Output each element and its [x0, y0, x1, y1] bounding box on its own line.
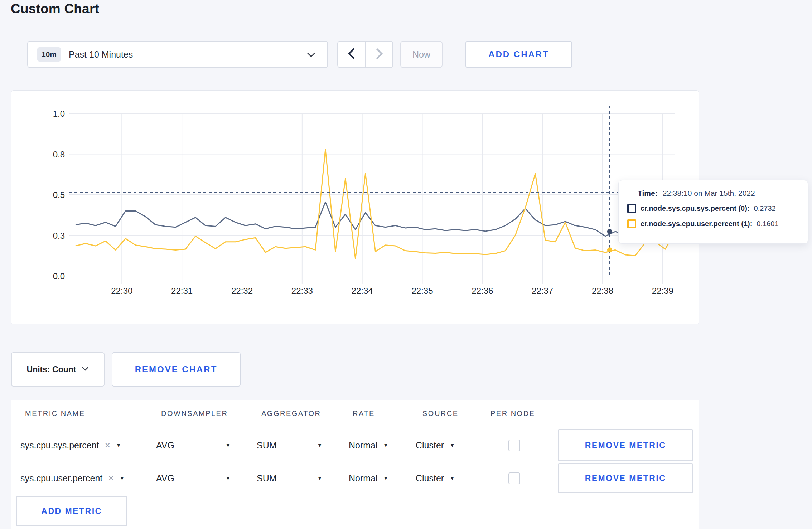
per-node-cell: [508, 429, 520, 461]
svg-text:1.0: 1.0: [53, 109, 65, 118]
time-range-badge: 10m: [37, 47, 61, 62]
column-header-per-node: PER NODE: [490, 409, 535, 418]
metrics-table-header: METRIC NAME DOWNSAMPLER AGGREGATOR RATE …: [11, 400, 699, 428]
caret-down-icon: ▼: [116, 442, 121, 448]
svg-text:0.0: 0.0: [53, 271, 65, 281]
svg-text:22:37: 22:37: [532, 286, 553, 296]
column-header-source: SOURCE: [422, 409, 459, 418]
chevron-down-icon: [82, 366, 89, 373]
tooltip-series-value: 0.1601: [757, 220, 778, 228]
column-header-metric-name: METRIC NAME: [25, 409, 85, 418]
per-node-checkbox[interactable]: [508, 440, 520, 451]
remove-chart-button[interactable]: REMOVE CHART: [112, 352, 241, 387]
tooltip-time-row: Time:22:38:10 on Mar 15th, 2022: [638, 189, 808, 198]
caret-down-icon: ▼: [450, 442, 455, 448]
prev-time-button[interactable]: [338, 42, 366, 67]
caret-down-icon: ▼: [383, 442, 388, 448]
caret-down-icon: ▼: [120, 475, 125, 481]
downsampler-select[interactable]: AVG: [156, 429, 174, 461]
time-nav-group: [337, 41, 393, 68]
tooltip-series-name: cr.node.sys.cpu.sys.percent (0):: [641, 204, 750, 213]
series-swatch-icon: [627, 204, 636, 213]
metrics-table: METRIC NAME DOWNSAMPLER AGGREGATOR RATE …: [11, 400, 699, 529]
per-node-cell: [508, 463, 520, 493]
add-metric-button[interactable]: ADD METRIC: [16, 496, 127, 526]
aggregator-select[interactable]: SUM: [257, 463, 277, 493]
clear-icon[interactable]: ×: [108, 473, 114, 484]
remove-metric-button[interactable]: REMOVE METRIC: [558, 429, 693, 461]
time-range-label: Past 10 Minutes: [69, 49, 133, 60]
source-select[interactable]: Cluster ▼: [416, 429, 455, 461]
column-header-aggregator: AGGREGATOR: [261, 409, 321, 418]
page-title: Custom Chart: [11, 1, 99, 16]
metric-name-select[interactable]: sys.cpu.sys.percent × ▼: [20, 429, 121, 461]
chevron-left-icon: [347, 48, 356, 61]
caret-down-icon: ▼: [383, 475, 388, 481]
now-button[interactable]: Now: [400, 41, 443, 68]
next-time-button[interactable]: [366, 42, 392, 67]
svg-text:0.8: 0.8: [53, 150, 65, 159]
svg-text:22:31: 22:31: [171, 286, 193, 296]
caret-down-icon: ▼: [317, 442, 322, 448]
tooltip-series-value: 0.2732: [754, 204, 776, 213]
svg-text:22:39: 22:39: [652, 286, 673, 296]
tooltip-series-row: cr.node.sys.cpu.sys.percent (0): 0.2732: [627, 204, 808, 213]
chart-tooltip: Time:22:38:10 on Mar 15th, 2022 cr.node.…: [618, 180, 808, 244]
metric-row: sys.cpu.user.percent × ▼ AVG ▼ SUM ▼ Nor…: [11, 463, 699, 493]
svg-text:22:33: 22:33: [291, 286, 313, 296]
tooltip-series-row: cr.node.sys.cpu.user.percent (1): 0.1601: [627, 219, 808, 228]
caret-down-icon: ▼: [317, 475, 322, 481]
svg-text:22:32: 22:32: [231, 286, 253, 296]
svg-text:0.3: 0.3: [53, 231, 65, 241]
caret-down-icon: ▼: [226, 475, 231, 481]
metric-name-select[interactable]: sys.cpu.user.percent × ▼: [20, 463, 125, 493]
metric-row: sys.cpu.sys.percent × ▼ AVG ▼ SUM ▼ Norm…: [11, 429, 699, 461]
time-range-dropdown[interactable]: 10m Past 10 Minutes: [27, 41, 328, 68]
svg-text:22:34: 22:34: [352, 286, 373, 296]
column-header-rate: RATE: [353, 409, 375, 418]
clear-icon[interactable]: ×: [105, 440, 111, 451]
units-dropdown-label: Units: Count: [27, 365, 76, 374]
column-header-downsampler: DOWNSAMPLER: [161, 409, 228, 418]
per-node-checkbox[interactable]: [508, 472, 520, 484]
tooltip-time-label: Time:: [638, 189, 658, 197]
svg-text:0.5: 0.5: [53, 190, 65, 200]
remove-metric-button[interactable]: REMOVE METRIC: [558, 463, 693, 493]
source-select[interactable]: Cluster ▼: [416, 463, 455, 493]
tooltip-time-value: 22:38:10 on Mar 15th, 2022: [663, 189, 755, 197]
aggregator-select[interactable]: SUM: [257, 429, 277, 461]
custom-chart-page: Custom Chart 10m Past 10 Minutes Now ADD…: [0, 0, 812, 529]
tooltip-series-name: cr.node.sys.cpu.user.percent (1):: [641, 220, 752, 228]
caret-down-icon: ▼: [226, 442, 231, 448]
rate-select[interactable]: Normal ▼: [349, 429, 388, 461]
caret-down-icon: ▼: [450, 475, 455, 481]
chart-card: 0.00.30.50.81.022:3022:3122:3222:3322:34…: [11, 90, 699, 324]
svg-text:22:35: 22:35: [411, 286, 433, 296]
series-swatch-icon: [627, 219, 636, 228]
chevron-down-icon: [306, 52, 316, 59]
svg-text:22:36: 22:36: [472, 286, 493, 296]
rate-select[interactable]: Normal ▼: [349, 463, 388, 493]
add-chart-button[interactable]: ADD CHART: [465, 41, 572, 68]
units-dropdown[interactable]: Units: Count: [11, 352, 105, 387]
svg-text:22:30: 22:30: [111, 286, 132, 296]
chevron-right-icon: [375, 48, 383, 61]
timeseries-chart[interactable]: 0.00.30.50.81.022:3022:3122:3222:3322:34…: [11, 91, 700, 325]
toolbar-left-divider: [11, 37, 11, 68]
downsampler-select[interactable]: AVG: [156, 463, 174, 493]
svg-text:22:38: 22:38: [592, 286, 613, 296]
